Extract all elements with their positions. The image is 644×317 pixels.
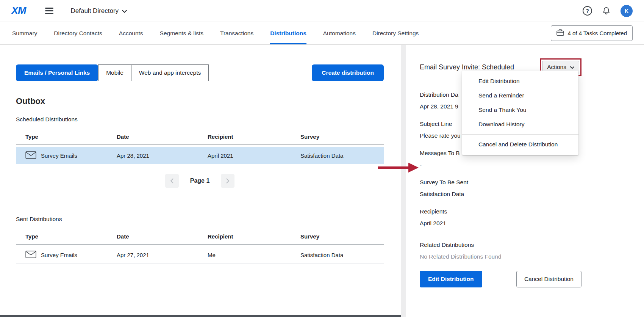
field-value: - bbox=[420, 159, 581, 171]
primary-nav: Summary Directory Contacts Accounts Segm… bbox=[0, 22, 644, 45]
row-date: Apr 27, 2021 bbox=[117, 252, 208, 258]
detail-title: Email Survey Invite: Scheduled bbox=[420, 63, 514, 71]
field-value: No Related Distributions Found bbox=[420, 251, 581, 262]
table-header: Type Date Recipient Survey bbox=[16, 129, 384, 145]
create-distribution-button[interactable]: Create distribution bbox=[312, 64, 384, 81]
sent-distributions-table: Type Date Recipient Survey Survey Emails bbox=[16, 229, 384, 264]
sent-distributions-label: Sent Distributions bbox=[16, 216, 384, 223]
tab-directory-settings[interactable]: Directory Settings bbox=[372, 22, 419, 44]
row-survey: Satisfaction Data bbox=[300, 252, 384, 258]
top-bar: XM Default Directory ? K bbox=[0, 0, 644, 22]
segment-web-app-intercepts[interactable]: Web and app intercepts bbox=[131, 64, 209, 81]
row-type: Survey Emails bbox=[41, 252, 77, 258]
xm-logo[interactable]: XM bbox=[11, 5, 26, 17]
envelope-icon bbox=[25, 151, 36, 160]
column-type: Type bbox=[16, 133, 117, 140]
cancel-distribution-button[interactable]: Cancel Distribution bbox=[516, 271, 581, 287]
field-related-distributions: Related Distributions No Related Distrib… bbox=[420, 239, 581, 262]
tab-directory-contacts[interactable]: Directory Contacts bbox=[54, 22, 102, 44]
field-recipients: Recipients April 2021 bbox=[420, 206, 581, 229]
segment-emails-personal-links[interactable]: Emails / Personal Links bbox=[16, 64, 98, 81]
tab-summary[interactable]: Summary bbox=[12, 22, 37, 44]
notifications-bell-icon[interactable] bbox=[602, 6, 611, 15]
directory-name: Default Directory bbox=[71, 7, 119, 15]
hamburger-menu-icon[interactable] bbox=[45, 8, 53, 14]
content-area: Emails / Personal Links Mobile Web and a… bbox=[0, 45, 644, 317]
menu-divider bbox=[462, 134, 578, 135]
row-recipient: April 2021 bbox=[208, 152, 300, 159]
field-value: April 2021 bbox=[420, 217, 581, 229]
vertical-scrollbar[interactable] bbox=[401, 45, 406, 317]
horizontal-scrollbar[interactable] bbox=[0, 315, 401, 317]
table-row-scheduled[interactable]: Survey Emails Apr 28, 2021 April 2021 Sa… bbox=[16, 147, 384, 164]
pagination: Page 1 bbox=[16, 174, 384, 188]
scheduled-distributions-label: Scheduled Distributions bbox=[16, 116, 384, 123]
scheduled-distributions-table: Type Date Recipient Survey Survey Emails bbox=[16, 129, 384, 164]
column-survey: Survey bbox=[300, 133, 384, 140]
menu-item-send-a-reminder[interactable]: Send a Reminder bbox=[462, 88, 578, 103]
column-recipient: Recipient bbox=[208, 133, 300, 140]
tab-accounts[interactable]: Accounts bbox=[119, 22, 143, 44]
column-date: Date bbox=[117, 133, 208, 140]
field-label: Survey To Be Sent bbox=[420, 176, 581, 188]
page-label: Page 1 bbox=[190, 177, 210, 184]
annotation-arrow bbox=[377, 161, 419, 174]
segment-mobile[interactable]: Mobile bbox=[98, 64, 131, 81]
distributions-pane: Emails / Personal Links Mobile Web and a… bbox=[0, 45, 401, 317]
chevron-down-icon bbox=[570, 64, 574, 71]
column-date: Date bbox=[117, 233, 208, 240]
envelope-icon bbox=[25, 251, 36, 259]
directory-selector[interactable]: Default Directory bbox=[71, 7, 127, 15]
row-date: Apr 28, 2021 bbox=[117, 152, 208, 159]
distribution-type-toggle: Emails / Personal Links Mobile Web and a… bbox=[16, 64, 209, 81]
table-row-sent[interactable]: Survey Emails Apr 27, 2021 Me Satisfacti… bbox=[16, 246, 384, 264]
row-survey: Satisfaction Data bbox=[300, 152, 384, 159]
field-value: Satisfaction Data bbox=[420, 188, 581, 200]
next-page-button[interactable] bbox=[221, 174, 234, 188]
chevron-down-icon bbox=[122, 7, 127, 15]
field-label: Recipients bbox=[420, 206, 581, 217]
menu-item-cancel-and-delete-distribution[interactable]: Cancel and Delete Distribution bbox=[462, 137, 578, 152]
tab-distributions[interactable]: Distributions bbox=[270, 22, 306, 44]
tab-segments-lists[interactable]: Segments & lists bbox=[160, 22, 203, 44]
row-type: Survey Emails bbox=[41, 152, 77, 159]
column-type: Type bbox=[16, 233, 117, 240]
menu-item-edit-distribution[interactable]: Edit Distribution bbox=[462, 74, 578, 88]
previous-page-button[interactable] bbox=[165, 174, 179, 188]
user-avatar[interactable]: K bbox=[621, 5, 633, 17]
column-recipient: Recipient bbox=[208, 233, 300, 240]
briefcase-icon bbox=[556, 29, 564, 37]
tasks-completed-button[interactable]: 4 of 4 Tasks Completed bbox=[551, 25, 633, 41]
actions-button-label: Actions bbox=[547, 64, 566, 71]
edit-distribution-button[interactable]: Edit Distribution bbox=[420, 271, 482, 287]
menu-item-send-a-thank-you[interactable]: Send a Thank You bbox=[462, 103, 578, 117]
table-header: Type Date Recipient Survey bbox=[16, 229, 384, 245]
field-survey-to-be-sent: Survey To Be Sent Satisfaction Data bbox=[420, 176, 581, 200]
row-recipient: Me bbox=[208, 252, 300, 258]
tab-transactions[interactable]: Transactions bbox=[220, 22, 253, 44]
tasks-completed-label: 4 of 4 Tasks Completed bbox=[568, 30, 627, 36]
field-label: Related Distributions bbox=[420, 239, 581, 251]
column-survey: Survey bbox=[300, 233, 384, 240]
tab-automations[interactable]: Automations bbox=[323, 22, 356, 44]
actions-dropdown-menu: Edit Distribution Send a Reminder Send a… bbox=[462, 71, 578, 155]
outbox-title: Outbox bbox=[16, 96, 384, 106]
help-icon[interactable]: ? bbox=[583, 6, 592, 16]
menu-item-download-history[interactable]: Download History bbox=[462, 117, 578, 132]
